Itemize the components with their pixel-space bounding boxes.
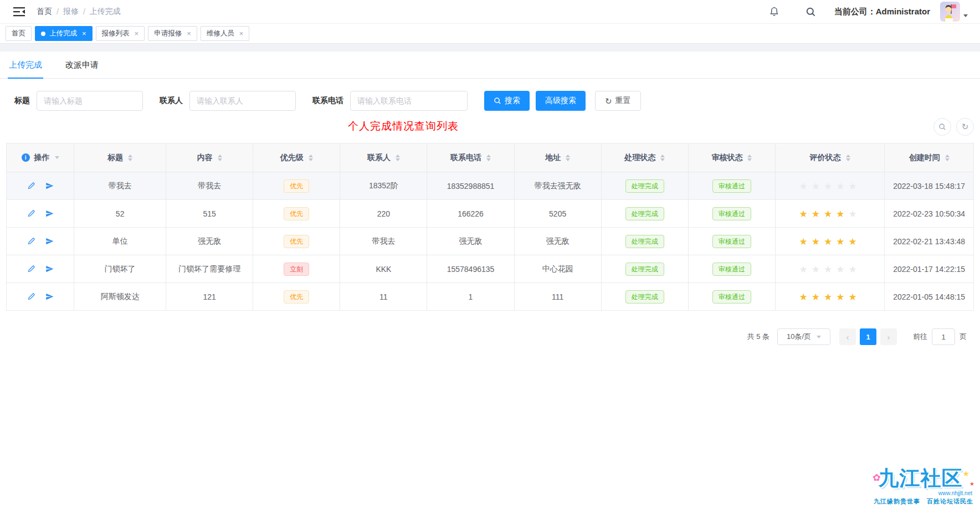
sort-icon[interactable]: [396, 155, 400, 161]
page-number-1[interactable]: 1: [860, 328, 876, 345]
cell-rating: ★★★★★: [775, 228, 884, 255]
column-header-2[interactable]: 内容: [166, 143, 253, 172]
next-page-button[interactable]: ›: [880, 328, 897, 345]
search-button[interactable]: 搜索: [484, 91, 530, 111]
cell-address: 中心花园: [514, 255, 601, 283]
table-row-2[interactable]: 单位强无敌优先带我去强无敌强无敌处理完成审核通过★★★★★2022-02-21 …: [7, 228, 974, 255]
sort-icon[interactable]: [128, 155, 132, 161]
column-label: 优先级: [280, 153, 304, 163]
tab-1[interactable]: 上传完成×: [35, 26, 93, 41]
phone-field-label: 联系电话: [312, 96, 343, 106]
user-avatar[interactable]: [940, 2, 960, 22]
star-rating[interactable]: ★★★★★: [799, 236, 860, 247]
ops-cell: [7, 172, 74, 200]
send-icon[interactable]: [45, 209, 54, 218]
column-header-10[interactable]: 创建时间: [885, 143, 974, 172]
cell-created: 2022-02-21 13:43:48: [885, 228, 974, 255]
edit-icon[interactable]: [27, 209, 35, 218]
subtab-1[interactable]: 改派申请: [65, 60, 99, 78]
avatar-dropdown-caret-icon[interactable]: [963, 14, 968, 17]
sidebar-collapse-icon[interactable]: [13, 6, 25, 17]
column-header-0[interactable]: i操作: [7, 143, 74, 172]
priority-tag: 优先: [284, 290, 309, 304]
contact-input[interactable]: [189, 91, 296, 111]
cell-rating: ★★★★★: [775, 283, 884, 311]
tab-3[interactable]: 申请报修×: [148, 26, 197, 41]
audit-status-tag: 审核通过: [712, 263, 751, 276]
send-icon[interactable]: [45, 237, 54, 245]
sort-icon[interactable]: [566, 155, 570, 161]
title-input[interactable]: [37, 91, 143, 111]
prev-page-button[interactable]: ‹: [839, 328, 856, 345]
star-rating[interactable]: ★★★★★: [799, 208, 860, 219]
table-row-1[interactable]: 52515优先2201662265205处理完成审核通过★★★★★2022-02…: [7, 200, 974, 228]
cell-content: 带我去: [166, 172, 253, 200]
edit-icon[interactable]: [27, 292, 35, 301]
watermark-star-small-icon: ★: [969, 481, 974, 487]
star-icon: ★: [799, 236, 811, 247]
cell-phone: 166226: [427, 200, 514, 228]
tab-close-icon[interactable]: ×: [239, 30, 244, 37]
edit-icon[interactable]: [27, 265, 35, 273]
sort-icon[interactable]: [218, 155, 222, 161]
tab-2[interactable]: 报修列表×: [96, 26, 145, 41]
phone-input[interactable]: [350, 91, 468, 111]
sort-icon[interactable]: [747, 155, 752, 161]
cell-created: 2022-02-23 10:50:34: [885, 200, 974, 228]
send-icon[interactable]: [45, 265, 54, 273]
goto-page-input[interactable]: [932, 328, 955, 345]
reset-button[interactable]: ↻ 重置: [595, 91, 641, 111]
sort-asc-icon: [218, 155, 222, 157]
column-header-6[interactable]: 地址: [514, 143, 601, 172]
column-header-8[interactable]: 审核状态: [688, 143, 775, 172]
star-rating[interactable]: ★★★★★: [799, 264, 860, 275]
table-search-tool-icon[interactable]: [933, 118, 951, 136]
column-header-7[interactable]: 处理状态: [601, 143, 688, 172]
table-row-4[interactable]: 阿斯顿发达121优先111111处理完成审核通过★★★★★2022-01-05 …: [7, 283, 974, 311]
star-icon: ★: [848, 264, 860, 275]
edit-icon[interactable]: [27, 182, 35, 190]
sort-icon[interactable]: [660, 155, 665, 161]
tab-4[interactable]: 维修人员×: [201, 26, 250, 41]
cell-process-status: 处理完成: [601, 228, 688, 255]
tab-close-icon[interactable]: ×: [135, 30, 139, 37]
sort-icon[interactable]: [846, 155, 850, 161]
column-header-inner: 内容: [166, 153, 253, 163]
table-row-0[interactable]: 带我去带我去优先18352阶18352988851带我去强无敌处理完成审核通过★…: [7, 172, 974, 200]
sort-icon[interactable]: [945, 155, 950, 161]
send-icon[interactable]: [45, 182, 54, 190]
cell-contact: 11: [340, 283, 427, 311]
column-header-4[interactable]: 联系人: [340, 143, 427, 172]
cell-address: 5205: [514, 200, 601, 228]
column-header-9[interactable]: 评价状态: [775, 143, 884, 172]
cell-content: 515: [166, 200, 253, 228]
page-size-select[interactable]: 10条/页: [777, 328, 830, 345]
edit-icon[interactable]: [27, 237, 35, 245]
audit-status-tag: 审核通过: [712, 235, 751, 248]
star-icon: ★: [836, 208, 848, 219]
star-rating[interactable]: ★★★★★: [799, 291, 860, 302]
cell-process-status: 处理完成: [601, 172, 688, 200]
star-rating[interactable]: ★★★★★: [799, 181, 860, 192]
tab-0[interactable]: 首页: [6, 26, 32, 41]
sort-icon[interactable]: [486, 155, 491, 161]
column-header-5[interactable]: 联系电话: [427, 143, 514, 172]
reset-refresh-icon: ↻: [605, 97, 612, 105]
tab-close-icon[interactable]: ×: [187, 30, 191, 37]
subtab-0[interactable]: 上传完成: [9, 60, 42, 78]
column-header-3[interactable]: 优先级: [253, 143, 340, 172]
sort-icon[interactable]: [309, 155, 313, 161]
table-refresh-tool-icon[interactable]: ↻: [956, 118, 974, 136]
breadcrumb-item-0[interactable]: 首页: [37, 7, 52, 17]
cell-process-status: 处理完成: [601, 255, 688, 283]
global-search-icon[interactable]: [800, 1, 822, 23]
tab-close-icon[interactable]: ×: [82, 30, 86, 37]
advanced-search-button[interactable]: 高级搜索: [536, 91, 586, 111]
send-icon[interactable]: [45, 292, 54, 301]
breadcrumb-item-2[interactable]: 上传完成: [90, 7, 121, 17]
column-header-1[interactable]: 标题: [74, 143, 166, 172]
notification-bell-icon[interactable]: [763, 1, 786, 23]
audit-status-tag: 审核通过: [712, 290, 751, 304]
table-row-3[interactable]: 门锁坏了门锁坏了需要修理立刻KKK15578496135中心花园处理完成审核通过…: [7, 255, 974, 283]
breadcrumb-item-1[interactable]: 报修: [63, 7, 79, 17]
